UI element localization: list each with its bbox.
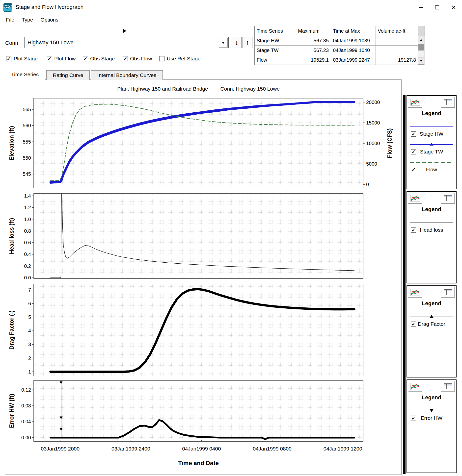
chevron-down-icon[interactable]: ▼ [219,38,228,48]
checkbox-label: Plot Stage [14,56,38,62]
checkbox-plot-stage[interactable]: ✓Plot Stage [6,55,38,62]
legend-entry: ✓Drag Factor [407,321,456,327]
chart-stage-flow: 54555055556056505000100001500020000Eleva… [5,98,401,188]
plot-panel: Plan: Highway 150 and Railroad Bridge Co… [5,79,402,475]
menu-type[interactable]: Type [18,16,37,24]
svg-text:1: 1 [28,369,31,375]
svg-text:RAS: RAS [4,4,9,7]
legend-sample-stage-tw [409,142,454,146]
checkbox-box[interactable]: ✓ [123,56,128,61]
legend-panel-3: Legend✓Error HW [407,379,457,473]
checkbox-box[interactable]: ✓ [47,56,52,61]
legend-entry-label: Flow [416,167,447,173]
legend-entry: ✓Stage HW [407,131,456,137]
scroll-up-icon[interactable]: ▲ [418,36,424,43]
animate-play-button[interactable] [119,26,130,36]
table-row: Stage HW567.3504Jan1999 1039 [255,36,418,46]
table-cell: Flow [255,55,296,65]
mini-chart-icon [410,383,420,390]
next-connection-button[interactable]: ↑ [243,37,252,48]
plot-title: Plan: Highway 150 and Railroad Bridge Co… [34,86,363,92]
legend-panel-2: Legend✓Drag Factor [407,285,457,377]
chart-head-loss: 0.00.20.40.60.81.01.21.4Head loss (ft) [5,193,401,279]
legend-checkbox[interactable]: ✓ [411,416,416,421]
checkbox-obs-flow[interactable]: ✓Obs Flow [123,55,152,62]
legend-table-button[interactable] [441,193,455,204]
tab-label: Time Series [11,72,39,77]
legend-plot-button[interactable] [408,381,422,392]
svg-text:Error HW (ft): Error HW (ft) [8,394,15,428]
legend-plot-button[interactable] [408,193,422,204]
scroll-down-icon[interactable]: ▼ [418,57,424,65]
menubar: File Type Options [0,15,62,25]
checkbox-label: Plot Flow [54,56,76,62]
table-cell: 04Jan1999 1039 [331,36,376,45]
svg-text:5: 5 [28,314,31,320]
tab-rating-curve[interactable]: Rating Curve [46,70,90,80]
svg-text:1.2: 1.2 [24,205,31,210]
mini-chart-icon [410,99,420,106]
legend-plot-button[interactable] [408,287,422,298]
legend-checkbox[interactable]: ✓ [411,149,416,154]
legend-checkbox[interactable]: ✓ [411,167,416,172]
svg-text:560: 560 [23,123,31,128]
tab-label: Rating Curve [53,72,83,78]
minimize-button[interactable] [413,0,429,15]
x-tick-labels: 03Jan1999 200003Jan1999 240004Jan1999 04… [5,446,401,453]
legend-plot-button[interactable] [408,97,422,108]
menu-options[interactable]: Options [37,16,62,24]
legend-checkbox[interactable]: ✓ [411,227,416,233]
mini-table-icon [443,383,453,390]
table-row: Stage TW567.2304Jan1999 1040 [255,46,418,55]
legend-splitter[interactable] [403,95,406,474]
x-tick-label: 04Jan1999 1200 [324,446,362,452]
legend-sample-error-hw [409,409,454,413]
scrollbar-thumb[interactable] [418,44,424,50]
svg-text:0.4: 0.4 [24,251,31,257]
legend-entry: ✓Error HW [407,415,456,421]
x-axis-title: Time and Date [34,460,363,467]
legend-sample-head-loss [409,221,454,225]
checkbox-plot-flow[interactable]: ✓Plot Flow [47,55,76,62]
legend-table-button[interactable] [441,97,455,108]
menu-file[interactable]: File [2,16,18,24]
legend-panel-0: Legend✓Stage HW✓Stage TW✓Flow [407,95,457,189]
checkbox-box[interactable]: ✓ [6,56,11,61]
checkbox-box[interactable] [159,56,164,61]
legend-table-button[interactable] [441,381,455,392]
checkbox-obs-stage[interactable]: ✓Obs Stage [83,55,115,62]
previous-connection-button[interactable]: ↓ [232,37,242,48]
mini-table-icon [443,289,453,296]
svg-text:3: 3 [28,342,31,347]
svg-text:5000: 5000 [366,161,377,167]
legend-title: Legend [407,300,456,309]
svg-text:0.0: 0.0 [24,275,31,279]
svg-text:15000: 15000 [366,120,380,125]
table-scrollbar[interactable]: ▲ ▼ [418,36,425,65]
svg-text:Head loss (ft): Head loss (ft) [8,218,15,254]
legend-entry-label: Error HW [416,415,447,421]
table-header-row: Time SeriesMaximumTime at MaxVolume ac-f… [255,26,418,36]
svg-text:6: 6 [28,301,31,306]
legend-entry-label: Stage TW [416,149,447,155]
maximize-button[interactable] [429,0,445,15]
legend-table-button[interactable] [441,287,455,298]
conn-combobox[interactable]: Highway 150 Lowe ▼ [24,37,229,48]
tab-internal-boundary-curves[interactable]: Internal Boundary Curves [91,70,163,80]
summary-table-grid: Time SeriesMaximumTime at MaxVolume ac-f… [255,26,425,65]
svg-text:0.6: 0.6 [24,240,31,245]
checkbox-label: Obs Stage [90,56,115,62]
svg-text:0.8: 0.8 [24,228,31,234]
x-tick-label: 03Jan1999 2000 [41,446,80,452]
tab-time-series[interactable]: Time Series [5,69,45,80]
x-tick-label: 03Jan1999 2400 [111,446,150,452]
legend-checkbox[interactable]: ✓ [411,322,416,327]
svg-text:10000: 10000 [366,141,380,146]
mini-table-icon [443,195,453,202]
legend-sample-flow [409,160,454,164]
checkbox-use-ref-stage[interactable]: Use Ref Stage [159,55,201,62]
legend-entry: ✓Stage TW [407,149,456,155]
checkbox-box[interactable]: ✓ [83,56,88,61]
legend-checkbox[interactable]: ✓ [411,131,416,137]
close-button[interactable]: ✕ [445,0,462,15]
